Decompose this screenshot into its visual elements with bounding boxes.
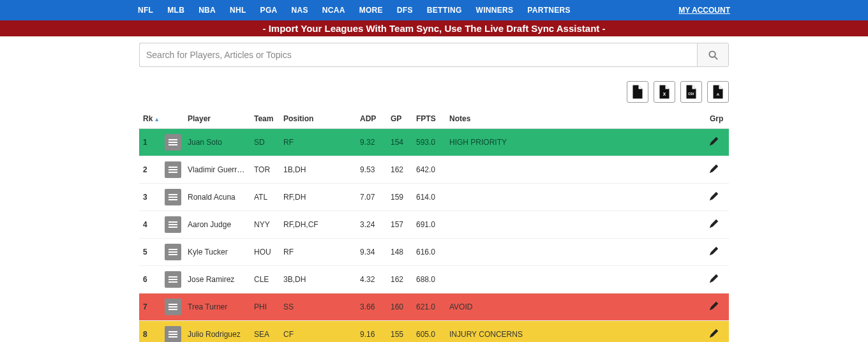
drag-handle[interactable] bbox=[165, 244, 181, 260]
col-header-position[interactable]: Position bbox=[280, 109, 356, 129]
cell-player[interactable]: Juan Soto bbox=[184, 129, 250, 156]
cell-team: HOU bbox=[250, 239, 280, 266]
nav-link-ncaa[interactable]: NCAA bbox=[322, 6, 345, 15]
col-header-notes[interactable]: Notes bbox=[445, 109, 706, 129]
col-header-player[interactable]: Player bbox=[184, 109, 250, 129]
drag-handle[interactable] bbox=[165, 299, 181, 315]
svg-line-1 bbox=[714, 56, 717, 59]
nav-link-partners[interactable]: PARTNERS bbox=[527, 6, 571, 15]
cell-team: NYY bbox=[250, 211, 280, 239]
cell-drag bbox=[161, 211, 184, 239]
col-header-rk[interactable]: Rk▲ bbox=[139, 109, 161, 129]
cell-fpts: 621.0 bbox=[412, 294, 445, 321]
svg-text:CSV: CSV bbox=[688, 93, 694, 96]
cell-fpts: 614.0 bbox=[412, 184, 445, 211]
nav-link-betting[interactable]: BETTING bbox=[427, 6, 462, 15]
cell-drag bbox=[161, 321, 184, 343]
cell-adp: 9.53 bbox=[356, 156, 387, 184]
nav-link-nas[interactable]: NAS bbox=[292, 6, 308, 15]
nav-link-pga[interactable]: PGA bbox=[260, 6, 278, 15]
col-header-adp[interactable]: ADP bbox=[356, 109, 387, 129]
cell-player[interactable]: Trea Turner bbox=[184, 294, 250, 321]
cell-player[interactable]: Vladimir Guerrero Jr. bbox=[184, 156, 250, 184]
nav-link-nba[interactable]: NBA bbox=[198, 6, 216, 15]
cell-position: 1B,DH bbox=[280, 156, 356, 184]
svg-point-0 bbox=[709, 51, 715, 57]
cell-rk: 8 bbox=[139, 321, 161, 343]
promo-banner[interactable]: - Import Your Leagues With Team Sync, Us… bbox=[0, 20, 868, 36]
cell-notes bbox=[445, 184, 706, 211]
export-csv-button[interactable]: CSV bbox=[680, 81, 702, 103]
table-row: 1Juan SotoSDRF9.32154593.0HIGH PRIORITY bbox=[139, 129, 729, 156]
edit-icon[interactable] bbox=[710, 274, 718, 285]
cell-rk: 2 bbox=[139, 156, 161, 184]
cell-grp bbox=[706, 184, 729, 211]
col-header-drag bbox=[161, 109, 184, 129]
table-row: 2Vladimir Guerrero Jr.TOR1B,DH9.53162642… bbox=[139, 156, 729, 184]
cell-player[interactable]: Julio Rodriguez bbox=[184, 321, 250, 343]
nav-link-winners[interactable]: WINNERS bbox=[476, 6, 514, 15]
cell-drag bbox=[161, 266, 184, 294]
edit-icon[interactable] bbox=[710, 329, 718, 339]
edit-icon[interactable] bbox=[710, 137, 718, 147]
edit-icon[interactable] bbox=[710, 192, 718, 202]
nav-link-mlb[interactable]: MLB bbox=[167, 6, 184, 15]
cell-position: 3B,DH bbox=[280, 266, 356, 294]
cell-player[interactable]: Aaron Judge bbox=[184, 211, 250, 239]
edit-icon[interactable] bbox=[710, 219, 718, 230]
drag-handle[interactable] bbox=[165, 134, 181, 151]
export-doc-button[interactable] bbox=[627, 81, 648, 103]
my-account-link[interactable]: MY ACCOUNT bbox=[678, 6, 730, 15]
cell-rk: 3 bbox=[139, 184, 161, 211]
cell-position: SS bbox=[280, 294, 356, 321]
nav-link-nfl[interactable]: NFL bbox=[138, 6, 153, 15]
table-row: 3Ronald AcunaATLRF,DH7.07159614.0 bbox=[139, 184, 729, 211]
nav-link-dfs[interactable]: DFS bbox=[397, 6, 413, 15]
search-input[interactable] bbox=[139, 43, 697, 67]
cell-grp bbox=[706, 294, 729, 321]
cell-gp: 160 bbox=[387, 294, 412, 321]
cell-fpts: 691.0 bbox=[412, 211, 445, 239]
drag-handle[interactable] bbox=[165, 161, 181, 178]
cell-notes: AVOID bbox=[445, 294, 706, 321]
drag-handle[interactable] bbox=[165, 216, 181, 233]
sort-asc-icon: ▲ bbox=[154, 116, 160, 123]
cell-team: PHI bbox=[250, 294, 280, 321]
search-button[interactable] bbox=[697, 43, 729, 67]
cell-notes bbox=[445, 239, 706, 266]
col-header-gp[interactable]: GP bbox=[387, 109, 412, 129]
cell-grp bbox=[706, 266, 729, 294]
cell-gp: 155 bbox=[387, 321, 412, 343]
cell-rk: 6 bbox=[139, 266, 161, 294]
col-header-grp[interactable]: Grp bbox=[706, 109, 729, 129]
export-toolbar: X CSV A bbox=[139, 81, 729, 103]
cell-adp: 9.34 bbox=[356, 239, 387, 266]
drag-handle[interactable] bbox=[165, 189, 181, 205]
cell-drag bbox=[161, 294, 184, 321]
edit-icon[interactable] bbox=[710, 165, 718, 175]
file-xls-icon: X bbox=[659, 85, 670, 99]
cell-fpts: 688.0 bbox=[412, 266, 445, 294]
col-header-fpts[interactable]: FPTS bbox=[412, 109, 445, 129]
cell-gp: 157 bbox=[387, 211, 412, 239]
cell-team: TOR bbox=[250, 156, 280, 184]
col-header-team[interactable]: Team bbox=[250, 109, 280, 129]
nav-link-nhl[interactable]: NHL bbox=[230, 6, 246, 15]
cell-team: CLE bbox=[250, 266, 280, 294]
cell-player[interactable]: Jose Ramirez bbox=[184, 266, 250, 294]
cell-position: RF,DH bbox=[280, 184, 356, 211]
drag-handle[interactable] bbox=[165, 271, 181, 288]
edit-icon[interactable] bbox=[710, 247, 718, 257]
cell-player[interactable]: Kyle Tucker bbox=[184, 239, 250, 266]
edit-icon[interactable] bbox=[710, 302, 718, 312]
export-pdf-button[interactable]: A bbox=[707, 81, 729, 103]
cell-player[interactable]: Ronald Acuna bbox=[184, 184, 250, 211]
export-xls-button[interactable]: X bbox=[654, 81, 675, 103]
cell-fpts: 605.0 bbox=[412, 321, 445, 343]
cell-gp: 159 bbox=[387, 184, 412, 211]
nav-links: NFLMLBNBANHLPGANASNCAAMOREDFSBETTINGWINN… bbox=[138, 6, 571, 15]
cell-adp: 9.32 bbox=[356, 129, 387, 156]
drag-handle[interactable] bbox=[165, 326, 181, 342]
cell-grp bbox=[706, 129, 729, 156]
nav-link-more[interactable]: MORE bbox=[359, 6, 383, 15]
